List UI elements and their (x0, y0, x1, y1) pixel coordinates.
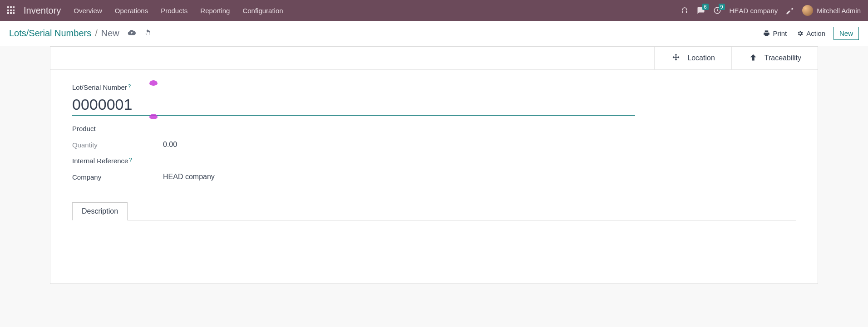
company-value[interactable]: HEAD company (163, 173, 481, 181)
form-grid: Product Quantity 0.00 Internal Reference… (72, 125, 481, 181)
main-menu: Overview Operations Products Reporting C… (74, 7, 283, 15)
sheet-wrap: Location Traceability Lot/Serial Number … (0, 46, 868, 284)
stat-location-label: Location (687, 54, 715, 62)
control-bar: Lots/Serial Numbers / New Print Action N… (0, 21, 868, 46)
activities-icon[interactable]: 9 (713, 6, 721, 15)
tab-content-description[interactable] (72, 220, 796, 283)
action-button[interactable]: Action (795, 27, 827, 40)
breadcrumb-root[interactable]: Lots/Serial Numbers (9, 28, 91, 39)
messages-icon[interactable]: 6 (697, 6, 705, 15)
controlbar-right: Print Action New (761, 27, 859, 40)
tab-bar: Description (50, 202, 818, 283)
tab-description[interactable]: Description (72, 202, 128, 220)
discard-icon[interactable] (144, 29, 152, 39)
messages-badge: 6 (702, 4, 709, 10)
action-label: Action (806, 29, 825, 37)
avatar (802, 5, 813, 16)
quantity-label: Quantity (72, 141, 163, 149)
app-brand[interactable]: Inventory (24, 5, 61, 16)
print-button[interactable]: Print (761, 27, 789, 40)
form-sheet: Location Traceability Lot/Serial Number … (50, 46, 818, 284)
breadcrumb-separator: / (95, 28, 98, 39)
annotation-marker (149, 80, 158, 86)
menu-configuration[interactable]: Configuration (242, 7, 283, 15)
quantity-value: 0.00 (163, 141, 481, 149)
stat-traceability-button[interactable]: Traceability (731, 47, 818, 69)
lot-serial-label: Lot/Serial Number ? (72, 83, 796, 91)
user-name: Mitchell Admin (817, 7, 861, 15)
support-icon[interactable] (681, 6, 689, 15)
stat-button-row: Location Traceability (50, 47, 818, 70)
debug-tools-icon[interactable] (786, 6, 794, 15)
help-icon[interactable]: ? (128, 83, 131, 89)
company-label: Company (72, 173, 163, 181)
status-icons (128, 29, 152, 39)
user-menu[interactable]: Mitchell Admin (802, 5, 861, 16)
arrow-up-icon (748, 53, 758, 63)
company-switcher[interactable]: HEAD company (730, 7, 778, 15)
apps-grid-icon[interactable] (7, 6, 15, 15)
menu-overview[interactable]: Overview (74, 7, 102, 15)
activities-badge: 9 (719, 4, 725, 10)
menu-operations[interactable]: Operations (115, 7, 148, 15)
breadcrumb-current: New (101, 28, 119, 39)
print-label: Print (773, 29, 787, 37)
topbar-right: 6 9 HEAD company Mitchell Admin (681, 5, 861, 16)
menu-products[interactable]: Products (161, 7, 187, 15)
product-label: Product (72, 125, 163, 132)
lot-serial-input[interactable] (72, 93, 635, 116)
menu-reporting[interactable]: Reporting (200, 7, 230, 15)
stat-location-button[interactable]: Location (654, 47, 731, 69)
stat-traceability-label: Traceability (764, 54, 801, 62)
new-button[interactable]: New (833, 27, 859, 40)
form-body: Lot/Serial Number ? Product Quantity 0.0… (50, 70, 818, 185)
top-navbar: Inventory Overview Operations Products R… (0, 0, 868, 21)
internal-reference-label: Internal Reference ? (72, 157, 163, 165)
breadcrumb: Lots/Serial Numbers / New (9, 28, 119, 39)
help-icon[interactable]: ? (129, 157, 132, 162)
annotation-marker (149, 114, 158, 119)
cloud-unsaved-icon[interactable] (128, 29, 136, 39)
move-arrows-icon (671, 53, 681, 63)
